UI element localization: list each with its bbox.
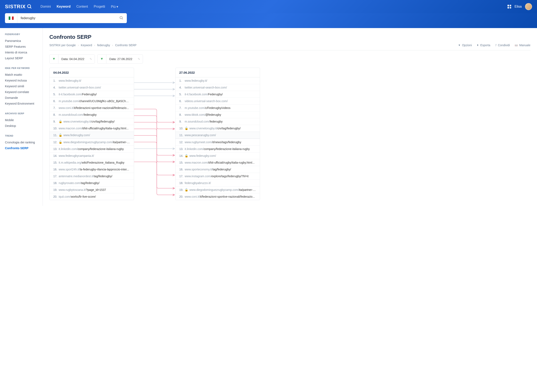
- serp-row[interactable]: 11.www.pescararugby.com/: [176, 132, 260, 139]
- serp-row[interactable]: 6.videos.universal-search-box.com/: [176, 98, 260, 104]
- url: twitter.universal-search-box.com/: [185, 86, 256, 89]
- sidebar-item[interactable]: Match esatto: [5, 72, 38, 78]
- serp-row[interactable]: 4.twitter.universal-search-box.com/: [176, 84, 260, 91]
- serp-row[interactable]: 17.www.instagram.com/explore/tags/federu…: [176, 173, 260, 179]
- sidebar-section-title: FEDERUGBY: [5, 33, 38, 36]
- url: www.sporteconomy.it/tag/federugby/: [185, 168, 256, 171]
- search-icon: [119, 16, 124, 20]
- serp-row[interactable]: 4.twitter.universal-search-box.com/: [50, 84, 134, 91]
- action-condividi[interactable]: ⤴Condividi: [495, 43, 510, 47]
- connectors: [134, 68, 175, 200]
- serp-row[interactable]: 7.www.coni.it/it/federazioni-sportive-na…: [50, 104, 134, 111]
- action-manuale[interactable]: 📖Manuale: [515, 43, 530, 47]
- serp-row[interactable]: 16.www.sport24h.it/la-federugby-rilancia…: [50, 166, 134, 173]
- unlock-icon: 🔓: [59, 140, 62, 144]
- avatar[interactable]: [525, 3, 532, 10]
- sidebar-item[interactable]: SERP Features: [5, 44, 38, 50]
- date-filter[interactable]: Data: 27.06.2022✎: [97, 55, 143, 64]
- sidebar-item[interactable]: Keyword simili: [5, 83, 38, 89]
- serp-row[interactable]: 19.www.rugbytoscana.it/?page_id=1537: [50, 186, 134, 193]
- sidebar-item[interactable]: Domande: [5, 95, 38, 101]
- sidebar-item[interactable]: Panoramica: [5, 38, 38, 44]
- serp-row[interactable]: 7.m.youtube.com/c/Federugby/videos: [176, 104, 260, 111]
- serp-row[interactable]: 20.www.coni.it/it/federazioni-sportive-n…: [176, 193, 260, 200]
- serp-row[interactable]: 16.www.sporteconomy.it/tag/federugby/: [176, 166, 260, 173]
- serp-row[interactable]: 5.it-it.facebook.com/Federugby/: [176, 91, 260, 98]
- serp-row[interactable]: 5.it-it.facebook.com/Federugby/: [50, 91, 134, 98]
- serp-row[interactable]: 14.www.federugbycampania.it/: [50, 152, 134, 159]
- serp-row[interactable]: 8.www.tiktok.com/@federugby: [176, 111, 260, 118]
- filter-icon: [50, 55, 58, 63]
- serp-row[interactable]: 1.www.federugby.it/: [50, 77, 134, 84]
- nav-content[interactable]: Content: [76, 5, 88, 9]
- sidebar-item[interactable]: Intento di ricerca: [5, 50, 38, 55]
- rank: 15.: [179, 161, 185, 164]
- serp-row[interactable]: 14.🔓www.federugby.com/: [176, 152, 260, 159]
- breadcrumb-item[interactable]: SISTRIX per Google: [49, 43, 76, 47]
- action-esporta[interactable]: ⬇Esporta: [477, 43, 490, 47]
- serp-row[interactable]: 1.www.federugby.it/: [176, 77, 260, 84]
- date-filter[interactable]: Data: 04.04.2022✎: [49, 55, 95, 64]
- serp-row[interactable]: 11.🔓www.federugby.com/: [50, 132, 134, 139]
- edit-icon[interactable]: ✎: [135, 57, 143, 61]
- apps-icon[interactable]: [508, 5, 511, 9]
- serp-row[interactable]: 15.www.macron.com/it/kit-ufficiali/rugby…: [176, 159, 260, 166]
- url: www.federugby.com/: [189, 154, 256, 157]
- breadcrumb-item[interactable]: Confronto SERP: [115, 43, 137, 47]
- main: Confronto SERP SISTRIX per Google›Keywor…: [43, 28, 537, 206]
- serp-row[interactable]: 12.🔓www.diegodominguezrugbycamp.com/ita/…: [50, 139, 134, 145]
- rank: 5.: [53, 93, 59, 96]
- nav-domini[interactable]: Domini: [40, 5, 51, 9]
- serp-row[interactable]: 13.it.linkedin.com/company/federazione-i…: [176, 145, 260, 152]
- search-input[interactable]: [17, 16, 116, 20]
- search-button[interactable]: [116, 16, 127, 21]
- breadcrumb-item[interactable]: Keyword: [81, 43, 92, 47]
- action-opzioni[interactable]: ▼Opzioni: [458, 43, 472, 47]
- serp-row[interactable]: 10.www.macron.com/it/kit-ufficiali/rugby…: [50, 125, 134, 132]
- serp-row[interactable]: 20.iquii.com/works/fir-live-score/: [50, 193, 134, 200]
- country-flag-it[interactable]: [5, 13, 17, 23]
- nav-più[interactable]: Più ▾: [111, 5, 118, 9]
- rank: 10.: [53, 127, 59, 130]
- sidebar-item[interactable]: Confronto SERP: [5, 145, 38, 151]
- serp-row[interactable]: 17.antennatre.medianordest.it/tag/federu…: [50, 173, 134, 179]
- rank: 10.: [179, 127, 185, 130]
- actions: ▼Opzioni⬇Esporta⤴Condividi📖Manuale: [458, 43, 530, 47]
- search-icon: [27, 4, 32, 9]
- rank: 18.: [53, 181, 59, 185]
- sidebar-item[interactable]: Keyword inclusa: [5, 78, 38, 83]
- sidebar-item[interactable]: Keyword correlate: [5, 89, 38, 95]
- serp-row[interactable]: 12.www.rugbymeet.com/it/news/tags/federu…: [176, 139, 260, 145]
- serp-row[interactable]: 15.it.m.wikipedia.org/wiki/Federazione_I…: [50, 159, 134, 166]
- breadcrumb-item[interactable]: federugby: [97, 43, 110, 47]
- url: www.federugby.it/: [185, 79, 256, 82]
- serp-row[interactable]: 13.it.linkedin.com/company/federazione-i…: [50, 145, 134, 152]
- serp-row[interactable]: 10.🔓www.crvenetorugby.it/crv/tag/federug…: [176, 125, 260, 132]
- logo[interactable]: SISTRIX: [5, 4, 32, 9]
- rank: 17.: [179, 175, 185, 178]
- serp-row[interactable]: 18.rugbyrovato.com/tag/federugby/: [50, 179, 134, 186]
- esporta-icon: ⬇: [477, 44, 479, 47]
- sidebar-item[interactable]: Desktop: [5, 123, 38, 129]
- filters: Data: 04.04.2022✎Data: 27.06.2022✎: [49, 55, 530, 64]
- serp-row[interactable]: 18.federugbyabruzzo.it/: [176, 179, 260, 186]
- edit-icon[interactable]: ✎: [87, 57, 95, 61]
- sidebar-item[interactable]: Keyword Environment: [5, 101, 38, 107]
- serp-compare: 04.04.2022 1.www.federugby.it/4.twitter.…: [49, 68, 530, 200]
- serp-row[interactable]: 9.🔓www.crvenetorugby.it/crv/tag/federugb…: [50, 118, 134, 125]
- sidebar-item[interactable]: Mobile: [5, 117, 38, 123]
- sidebar-item[interactable]: Layout SERP: [5, 55, 38, 61]
- serp-row[interactable]: 8.m.soundcloud.com/federugby: [50, 111, 134, 118]
- sidebar-item[interactable]: Cronologia dei ranking: [5, 140, 38, 145]
- sidebar-section-title: ARCHIVIO SERP: [5, 112, 38, 115]
- nav-keyword[interactable]: Keyword: [57, 5, 71, 9]
- nav-progetti[interactable]: Progetti: [94, 5, 105, 9]
- serp-row[interactable]: 19.🔓www.diegodominguezrugbycamp.com/ita/…: [176, 186, 260, 193]
- url: www.crvenetorugby.it/crv/tag/federugby/: [189, 127, 256, 130]
- url: it-it.facebook.com/Federugby/: [185, 93, 256, 96]
- serp-row[interactable]: 9.m.soundcloud.com/federugby: [176, 118, 260, 125]
- user-name[interactable]: Elisa: [514, 5, 522, 9]
- serp-row[interactable]: 6.m.youtube.com/channel/UCU3MgfKc-uBOz_B…: [50, 98, 134, 104]
- url: www.tiktok.com/@federugby: [185, 113, 256, 116]
- rank: 9.: [179, 120, 185, 123]
